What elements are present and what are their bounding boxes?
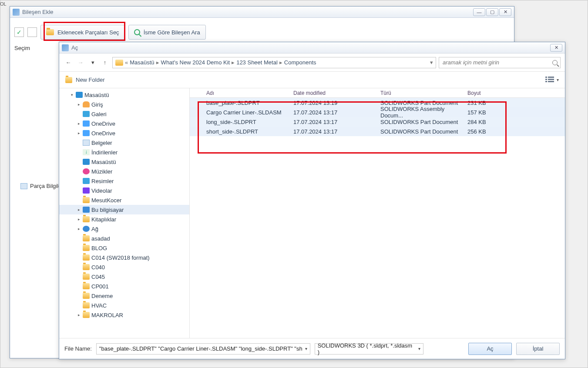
tree-item[interactable]: C045 (59, 272, 189, 281)
tree-item-label: Videolar (91, 187, 112, 194)
nav-up-icon[interactable]: ↑ (100, 58, 110, 67)
truncated-label: OL (0, 1, 8, 8)
folder-tree[interactable]: ▾Masaüstü▸GirişGaleri▸OneDrive▸OneDriveB… (59, 88, 190, 338)
checkbox-all[interactable] (14, 27, 24, 37)
tree-item-label: İndirilenler (91, 149, 118, 156)
col-date[interactable]: Date modified (289, 90, 376, 96)
chevron-down-icon[interactable]: ▾ (305, 346, 307, 351)
minimize-button[interactable]: — (473, 8, 485, 16)
checkbox-none[interactable] (27, 27, 37, 37)
card-icon (20, 183, 27, 189)
file-name: short_side-.SLDPRT (202, 128, 289, 135)
tree-item[interactable]: ▸OneDrive (59, 119, 189, 128)
tree-item[interactable]: HVAC (59, 301, 189, 310)
window-titlebar[interactable]: Bileşen Ekle — ▢ ✕ (10, 7, 514, 18)
file-list-header[interactable]: Adı Date modified Türü Boyut (190, 88, 565, 98)
tree-item[interactable]: İndirilenler (59, 147, 189, 157)
view-switch[interactable]: ▾ (545, 77, 559, 84)
chevron-down-icon[interactable]: ▾ (418, 346, 420, 351)
select-parts-button[interactable]: Eklenecek Parçaları Seç (40, 25, 125, 40)
net-icon (83, 226, 90, 232)
file-date: 17.07.2024 13:17 (289, 119, 376, 125)
folder-icon (83, 254, 90, 261)
bc-item[interactable]: Masaüstü (130, 59, 154, 66)
pic-icon (83, 178, 90, 184)
tree-item[interactable]: ▸Giriş (59, 100, 189, 109)
open-button[interactable]: Aç (468, 343, 512, 355)
file-list[interactable]: Adı Date modified Türü Boyut base_plate-… (190, 88, 565, 338)
tree-item[interactable]: Müzikler (59, 167, 189, 176)
tree-item-label: Müzikler (91, 168, 112, 175)
bc-item[interactable]: 123 Sheet Metal (236, 59, 278, 66)
folder-icon (83, 216, 90, 222)
expand-icon[interactable]: ▸ (77, 131, 81, 135)
tree-item-label: OneDrive (91, 130, 115, 137)
folder-icon (83, 283, 90, 289)
nav-back-icon[interactable]: ← (64, 58, 73, 67)
maximize-button[interactable]: ▢ (486, 8, 498, 16)
chevron-down-icon[interactable]: ▾ (430, 59, 433, 66)
tree-item[interactable]: ▸Ağ (59, 224, 189, 234)
expand-icon[interactable]: ▸ (77, 217, 81, 221)
expand-icon[interactable]: ▾ (70, 93, 74, 97)
file-size: 256 KB (463, 128, 498, 135)
tree-item[interactable]: ▸OneDrive (59, 128, 189, 138)
folder-icon (115, 60, 123, 66)
filter-combo[interactable]: SOLIDWORKS 3D ( *.sldprt, *.sldasm ) ▾ (315, 343, 423, 355)
tree-item-label: Belgeler (91, 140, 112, 146)
tree-item[interactable]: ▸Bu bilgisayar (59, 205, 189, 214)
file-size: 157 KB (463, 109, 498, 116)
expand-icon[interactable]: ▸ (77, 227, 81, 231)
tree-item[interactable]: Deneme (59, 291, 189, 301)
nav-history-dropdown[interactable]: ▾ (88, 58, 97, 67)
tree-item[interactable]: Belgeler (59, 138, 189, 147)
tree-item[interactable]: Resimler (59, 176, 189, 186)
tree-item[interactable]: Galeri (59, 109, 189, 119)
folder-icon (83, 312, 90, 318)
filter-value: SOLIDWORKS 3D ( *.sldprt, *.sldasm ) (318, 342, 416, 355)
tree-item[interactable]: asadad (59, 234, 189, 243)
search-input[interactable] (442, 59, 550, 66)
col-size[interactable]: Boyut (463, 90, 498, 96)
col-type[interactable]: Türü (376, 90, 463, 96)
nav-forward-icon[interactable]: → (76, 58, 85, 67)
search-icon (134, 29, 140, 35)
file-name-value: "base_plate-.SLDPRT" "Cargo Carrier Line… (99, 345, 302, 352)
cancel-button[interactable]: İptal (516, 343, 560, 355)
expand-icon[interactable]: ▸ (77, 102, 81, 107)
tree-item[interactable]: Masaüstü (59, 157, 189, 167)
tree-item-label: OneDrive (91, 120, 115, 127)
file-row[interactable]: short_side-.SLDPRT17.07.2024 13:17SOLIDW… (190, 127, 565, 136)
tree-item-label: Bu bilgisayar (91, 207, 124, 213)
search-by-name-button[interactable]: İsme Göre Bileşen Ara (128, 25, 206, 40)
tree-item[interactable]: ▸MAKROLAR (59, 310, 189, 320)
bc-item[interactable]: Components (284, 59, 316, 66)
breadcrumb[interactable]: « Masaüstü ▸ What's New 2024 Demo Kit ▸ … (112, 57, 436, 68)
tree-item[interactable]: MesutKocer (59, 195, 189, 205)
search-box[interactable] (439, 57, 561, 68)
tree-item-label: Masaüstü (84, 92, 109, 98)
file-type: SOLIDWORKS Part Document (376, 119, 463, 125)
file-date: 17.07.2024 13:19 (289, 100, 376, 106)
expand-icon[interactable]: ▸ (77, 121, 81, 126)
file-name: base_plate-.SLDPRT (202, 100, 289, 106)
file-row[interactable]: Cargo Carrier Liner-.SLDASM17.07.2024 13… (190, 107, 565, 117)
col-name[interactable]: Adı (202, 90, 289, 96)
tree-item[interactable]: ▾Masaüstü (59, 90, 189, 100)
open-titlebar[interactable]: Aç ✕ (59, 42, 565, 54)
tree-item[interactable]: C014 (SW2018 format) (59, 253, 189, 262)
tree-item[interactable]: BLOG (59, 243, 189, 253)
close-button[interactable]: ✕ (499, 8, 511, 16)
bc-item[interactable]: What's New 2024 Demo Kit (161, 59, 230, 66)
tree-item[interactable]: ▸Kitaplıklar (59, 214, 189, 224)
new-folder-button[interactable]: New Folder (65, 77, 104, 83)
expand-icon[interactable]: ▸ (77, 207, 81, 212)
tree-item[interactable]: Videolar (59, 186, 189, 195)
open-close-button[interactable]: ✕ (550, 44, 562, 52)
tree-item[interactable]: C040 (59, 262, 189, 272)
tree-item[interactable]: CP001 (59, 281, 189, 291)
expand-icon[interactable]: ▸ (77, 313, 81, 317)
folder-icon (83, 264, 90, 270)
file-name-combo[interactable]: "base_plate-.SLDPRT" "Cargo Carrier Line… (96, 343, 310, 355)
file-row[interactable]: long_side-.SLDPRT17.07.2024 13:17SOLIDWO… (190, 117, 565, 127)
